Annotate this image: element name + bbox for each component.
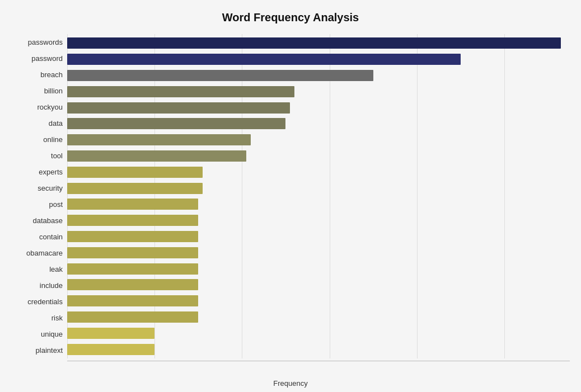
y-label: include <box>40 278 63 293</box>
bar-row <box>67 52 570 67</box>
x-axis-label: Frequency <box>0 379 581 388</box>
bar <box>67 102 290 114</box>
bar-row <box>67 101 570 115</box>
bar <box>67 279 198 290</box>
y-label: obamacare <box>26 246 63 261</box>
y-label: risk <box>51 311 63 325</box>
bar-row <box>67 165 570 180</box>
chart-title: Word Frequency Analysis <box>11 11 570 24</box>
bar <box>67 263 198 275</box>
y-labels: passwordspasswordbreachbillionrockyoudat… <box>11 34 67 358</box>
bar <box>67 183 203 194</box>
chart-container: Word Frequency Analysis passwordspasswor… <box>0 0 581 392</box>
bar <box>67 167 203 178</box>
bar-row <box>67 181 570 196</box>
bar-row <box>67 310 570 324</box>
y-label: credentials <box>27 295 63 309</box>
y-label: leak <box>49 262 63 277</box>
bar-row <box>67 197 570 211</box>
bar <box>67 150 246 162</box>
bar <box>67 295 198 306</box>
bar-row <box>67 326 570 341</box>
y-label: database <box>33 214 63 228</box>
y-label: online <box>43 133 63 147</box>
bar-row <box>67 342 570 357</box>
bar <box>67 328 154 339</box>
y-label: rockyou <box>37 100 63 115</box>
bar <box>67 199 198 210</box>
bar-row <box>67 213 570 228</box>
bar-row <box>67 294 570 308</box>
bar-row <box>67 149 570 163</box>
bar <box>67 54 461 65</box>
bar <box>67 70 373 81</box>
bar <box>67 215 198 226</box>
bar-row <box>67 245 570 260</box>
bar <box>67 86 294 97</box>
bar-row <box>67 277 570 292</box>
bar-row <box>67 229 570 244</box>
bar-row <box>67 262 570 276</box>
chart-area: passwordspasswordbreachbillionrockyoudat… <box>11 34 570 358</box>
bar <box>67 134 251 145</box>
y-label: tool <box>51 149 63 163</box>
bar <box>67 37 561 49</box>
bar-row <box>67 133 570 147</box>
bar <box>67 231 198 242</box>
y-label: post <box>49 197 63 212</box>
y-label: experts <box>39 165 63 180</box>
y-label: contain <box>39 230 63 244</box>
bars-and-grid <box>67 34 570 358</box>
y-label: unique <box>41 327 63 342</box>
y-label: plaintext <box>36 343 63 358</box>
y-label: breach <box>40 68 63 82</box>
bar <box>67 344 154 355</box>
bar <box>67 311 198 323</box>
bars-wrapper <box>67 34 570 358</box>
y-label: data <box>49 116 63 131</box>
x-axis-line <box>67 361 570 361</box>
y-label: password <box>31 51 63 66</box>
bar-row <box>67 84 570 99</box>
y-label: billion <box>44 84 63 98</box>
bar <box>67 247 198 258</box>
bar <box>67 118 285 129</box>
y-label: passwords <box>28 35 63 50</box>
bar-row <box>67 116 570 131</box>
bar-row <box>67 36 570 50</box>
y-label: security <box>38 181 63 196</box>
bar-row <box>67 68 570 83</box>
